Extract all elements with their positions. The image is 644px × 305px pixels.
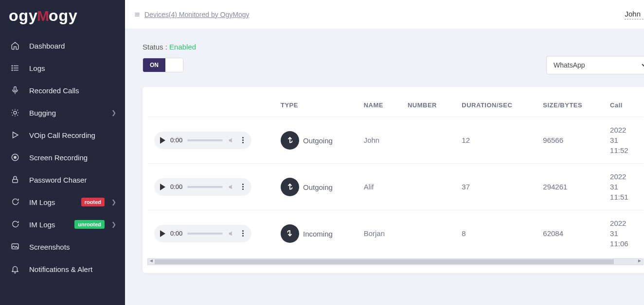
bug-icon: [10, 108, 20, 117]
sidebar-item-im-logs-rooted[interactable]: IM Logs rooted ❯: [0, 191, 125, 213]
audio-progress[interactable]: [187, 139, 223, 141]
outgoing-icon: [281, 131, 299, 150]
breadcrumb-text: Devices(4) Monitored by OgyMogy: [144, 11, 250, 18]
call-type: Incoming: [303, 229, 333, 237]
lock-icon: [10, 175, 20, 184]
play-icon[interactable]: [160, 230, 165, 237]
audio-player[interactable]: 0:00: [154, 225, 251, 242]
list-icon: [10, 64, 20, 72]
call-type: Outgoing: [303, 183, 333, 191]
call-size: 62084: [536, 210, 603, 257]
svg-point-5: [12, 70, 13, 71]
th-call: Call: [603, 97, 644, 117]
mic-icon: [10, 86, 20, 95]
sidebar-item-label: Logs: [29, 64, 45, 72]
audio-player[interactable]: 0:00: [154, 132, 251, 149]
svg-rect-12: [13, 179, 18, 183]
svg-marker-9: [13, 132, 18, 138]
brand-logo: ogy M ogy: [0, 0, 125, 32]
sidebar-item-password-chaser[interactable]: Password Chaser: [0, 169, 125, 191]
sidebar-item-label: Screenshots: [29, 243, 70, 251]
call-name: Borjan: [357, 210, 401, 257]
status-toggle[interactable]: ON: [143, 58, 183, 72]
sidebar-item-label: Notifications & Alert: [29, 265, 92, 273]
horizontal-scrollbar[interactable]: [147, 258, 644, 265]
app-filter-select[interactable]: WhatsApp: [546, 56, 644, 74]
record-icon: [10, 153, 20, 162]
table-scroll[interactable]: TYPE NAME NUMBER DURATION/SEC SIZE/BYTES…: [147, 97, 644, 265]
sidebar-item-label: VOip Call Recording: [29, 131, 95, 139]
sidebar-item-voip[interactable]: VOip Call Recording: [0, 124, 125, 146]
user-dropdown[interactable]: John: [625, 10, 644, 19]
rooted-badge: rooted: [81, 198, 105, 206]
menu-icon: [134, 11, 141, 18]
svg-point-4: [12, 68, 13, 68]
chat-icon: [10, 198, 20, 206]
chevron-right-icon: ❯: [111, 109, 116, 116]
audio-menu-icon[interactable]: [240, 136, 246, 144]
main: Devices(4) Monitored by OgyMogy John Sta…: [125, 0, 644, 305]
svg-point-11: [14, 156, 17, 159]
sidebar-item-notifications[interactable]: Notifications & Alert: [0, 258, 125, 280]
home-icon: [10, 41, 20, 50]
audio-player[interactable]: 0:00: [154, 178, 251, 196]
sidebar-item-screenshots[interactable]: Screenshots: [0, 236, 125, 258]
call-date: 20223111:51: [603, 164, 644, 210]
brand-part1: ogy: [9, 7, 38, 25]
content: Status : Enabled ON WhatsApp: [125, 29, 644, 273]
sidebar-item-label: Recorded Calls: [29, 86, 79, 95]
sidebar-item-dashboard[interactable]: Dashboard: [0, 34, 125, 57]
sidebar-item-label: IM Logs: [29, 198, 55, 206]
sidebar-item-bugging[interactable]: Bugging ❯: [0, 102, 125, 124]
sidebar-item-label: Dashboard: [29, 42, 65, 50]
status-line: Status : Enabled: [143, 43, 644, 51]
incoming-icon: [281, 224, 299, 243]
audio-menu-icon[interactable]: [240, 229, 246, 237]
breadcrumb[interactable]: Devices(4) Monitored by OgyMogy: [134, 11, 250, 18]
call-duration: 12: [455, 117, 536, 164]
volume-icon[interactable]: [228, 230, 235, 237]
th-type: TYPE: [274, 97, 357, 117]
calls-card: TYPE NAME NUMBER DURATION/SEC SIZE/BYTES…: [143, 87, 644, 273]
play-outline-icon: [10, 131, 20, 139]
audio-menu-icon[interactable]: [240, 183, 246, 191]
svg-point-8: [14, 111, 17, 114]
play-icon[interactable]: [160, 184, 165, 190]
chat-icon: [10, 220, 20, 229]
call-size: 96566: [536, 117, 603, 164]
sidebar-item-recorded-calls[interactable]: Recorded Calls: [0, 79, 125, 102]
call-number: [401, 117, 455, 164]
call-number: [401, 210, 455, 257]
play-icon[interactable]: [160, 137, 165, 144]
sidebar-item-im-logs-unrooted[interactable]: IM Logs unrooted ❯: [0, 213, 125, 236]
table-row: 0:00OutgoingJohn129656620223111:52: [147, 117, 644, 164]
volume-icon[interactable]: [228, 136, 235, 144]
toggle-off: [165, 58, 183, 72]
unrooted-badge: unrooted: [74, 220, 105, 229]
audio-progress[interactable]: [187, 233, 223, 235]
sidebar-item-screen-recording[interactable]: Screen Recording: [0, 146, 125, 169]
topbar: Devices(4) Monitored by OgyMogy John: [125, 0, 644, 29]
call-type: Outgoing: [303, 136, 333, 144]
sidebar-item-label: Password Chaser: [29, 176, 87, 184]
status-value: Enabled: [169, 43, 196, 51]
sidebar: ogy M ogy Dashboard Logs Recorded Calls …: [0, 0, 125, 305]
table-row: 0:00OutgoingAlif3729426120223111:51: [147, 164, 644, 210]
sidebar-item-label: IM Logs: [29, 220, 55, 229]
audio-time: 0:00: [170, 136, 182, 144]
svg-point-3: [12, 66, 13, 67]
svg-rect-6: [14, 87, 17, 91]
chevron-right-icon: ❯: [111, 221, 116, 228]
volume-icon[interactable]: [228, 183, 235, 191]
audio-progress[interactable]: [187, 186, 223, 188]
call-number: [401, 164, 455, 210]
call-name: John: [357, 117, 401, 164]
call-name: Alif: [357, 164, 401, 210]
sidebar-item-logs[interactable]: Logs: [0, 57, 125, 79]
bell-icon: [10, 265, 20, 273]
image-icon: [10, 242, 20, 251]
outgoing-icon: [281, 178, 299, 196]
brand-m-icon: M: [37, 8, 50, 24]
chevron-right-icon: ❯: [111, 199, 116, 205]
call-duration: 37: [455, 164, 536, 210]
